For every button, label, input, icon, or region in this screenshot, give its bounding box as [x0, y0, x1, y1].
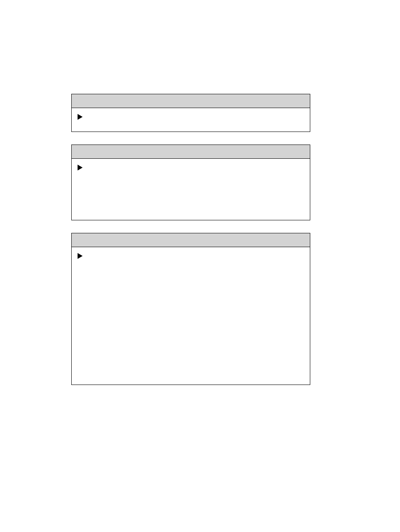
panel-1-body — [72, 108, 310, 132]
panel-3-body — [72, 247, 310, 385]
panel-3-header — [72, 233, 310, 247]
panel-2-header — [72, 145, 310, 159]
panel-1 — [71, 94, 310, 132]
play-triangle-icon — [78, 253, 83, 259]
panel-2-body — [72, 159, 310, 220]
panel-2-row — [78, 163, 304, 170]
panel-3-row — [78, 251, 304, 259]
svg-marker-2 — [78, 253, 83, 259]
svg-marker-1 — [78, 165, 83, 170]
page-content — [71, 94, 310, 398]
panel-1-header — [72, 94, 310, 108]
svg-marker-0 — [78, 114, 83, 120]
panel-3 — [71, 233, 310, 385]
panel-2 — [71, 145, 310, 220]
play-triangle-icon — [78, 114, 83, 120]
panel-1-row — [78, 112, 304, 120]
play-triangle-icon — [78, 165, 83, 170]
